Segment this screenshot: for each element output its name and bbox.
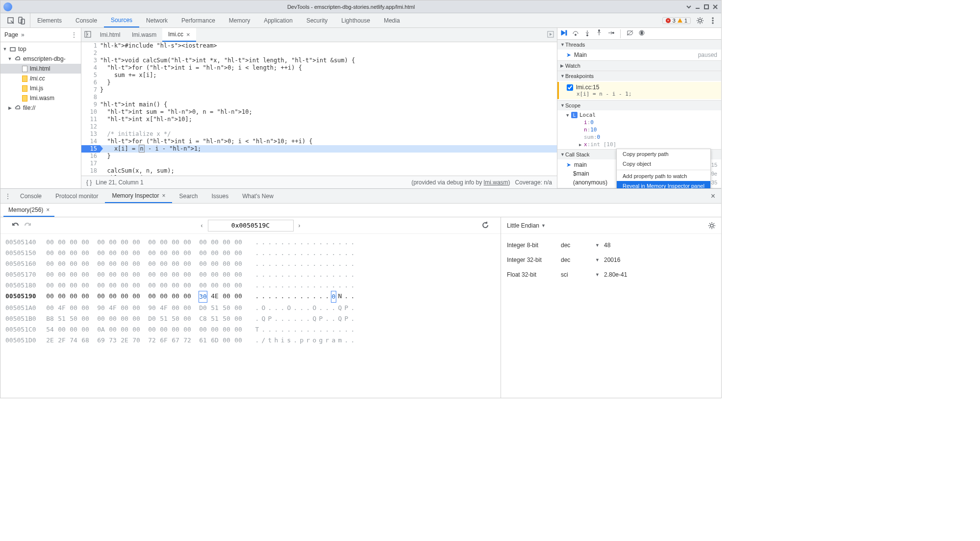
step-into-button[interactable]: [584, 29, 591, 38]
error-icon: ×: [666, 18, 671, 23]
tree-origin[interactable]: ▼ emscripten-dbg-: [0, 54, 81, 64]
prev-page-button[interactable]: ‹: [201, 222, 203, 229]
memory-tab[interactable]: Memory(256) ×: [3, 204, 54, 217]
pretty-print-icon[interactable]: { }: [86, 179, 92, 186]
close-icon[interactable]: ×: [46, 206, 50, 213]
main-tab-lighthouse[interactable]: Lighthouse: [334, 13, 377, 27]
navigator-header[interactable]: Page » ⋮: [0, 28, 81, 42]
code-area[interactable]: 1"hl-k">#include "hl-s"><iostream>23"hl-…: [81, 42, 557, 176]
hex-row[interactable]: 0050515000000000000000000000000000000000…: [5, 248, 496, 258]
ctx-item[interactable]: Reveal in Memory Inspector panel: [617, 181, 710, 188]
chevron-down-icon[interactable]: [686, 4, 692, 10]
tree-file-origin[interactable]: ▶ file://: [0, 103, 81, 113]
hex-row[interactable]: 0050516000000000000000000000000000000000…: [5, 258, 496, 269]
nav-toggle-icon[interactable]: [81, 31, 94, 39]
hex-grid[interactable]: 0050514000000000000000000000000000000000…: [0, 234, 501, 398]
breakpoint-item[interactable]: lmi.cc:15 x[i] = n - i - 1;: [557, 82, 721, 99]
close-icon[interactable]: ×: [186, 31, 190, 38]
value-row[interactable]: Integer 8-bitdec▼48: [501, 238, 721, 253]
gear-icon[interactable]: [708, 222, 715, 229]
step-out-button[interactable]: [596, 29, 603, 38]
watch-header[interactable]: ▶Watch: [557, 61, 721, 71]
tree-file[interactable]: lmi.wasm: [0, 93, 81, 103]
scope-header[interactable]: ▼Scope: [557, 101, 721, 110]
maximize-icon[interactable]: [704, 4, 709, 10]
editor-panel: lmi.htmllmi.wasmlmi.cc× 1"hl-k">#include…: [81, 28, 557, 188]
main-tab-performance[interactable]: Performance: [175, 13, 222, 27]
endian-select[interactable]: Little Endian: [507, 222, 539, 229]
hex-row[interactable]: 0050518000000000000000000000000000000000…: [5, 280, 496, 291]
more-menu-button[interactable]: [706, 14, 719, 27]
scope-var[interactable]: i: 0: [557, 119, 721, 126]
drawer-tab[interactable]: What's New: [235, 189, 280, 203]
drawer-tab[interactable]: Issues: [204, 189, 235, 203]
hex-row[interactable]: 005051D02E2F746869732E70726F6772616D0000…: [5, 335, 496, 346]
hex-row[interactable]: 0050514000000000000000000000000000000000…: [5, 237, 496, 248]
more-icon[interactable]: ⋮: [71, 31, 77, 38]
run-snippet-icon[interactable]: [544, 31, 557, 39]
value-row[interactable]: Float 32-bitsci▼2.80e-41: [501, 267, 721, 282]
drawer-more-icon[interactable]: ⋮: [2, 193, 13, 200]
issues-status[interactable]: × 3 1: [662, 17, 691, 24]
drawer-tabs: ⋮ ConsoleProtocol monitorMemory Inspecto…: [0, 189, 721, 204]
scope-var[interactable]: sum: 0: [557, 133, 721, 141]
tree-file[interactable]: lmi.html: [0, 64, 81, 74]
ctx-item[interactable]: Copy object: [617, 159, 710, 169]
editor-tab[interactable]: lmi.html: [94, 28, 126, 42]
device-toggle-icon[interactable]: [17, 16, 26, 25]
tree-file[interactable]: lmi.cc: [0, 74, 81, 83]
tree-top[interactable]: ▼ top: [0, 44, 81, 54]
thread-main[interactable]: ➤ Main paused: [557, 51, 721, 59]
settings-button[interactable]: [694, 14, 706, 27]
hex-row[interactable]: 00505190000000000000000000000000304E0000…: [5, 291, 496, 303]
value-row[interactable]: Integer 32-bitdec▼20016: [501, 253, 721, 267]
step-over-button[interactable]: [572, 29, 579, 38]
scope-var[interactable]: ▶x: int [10]: [557, 141, 721, 148]
svg-marker-16: [561, 30, 565, 35]
context-menu[interactable]: Copy property pathCopy objectAdd propert…: [616, 149, 711, 188]
scope-local[interactable]: ▼LLocal: [557, 111, 721, 119]
main-tab-network[interactable]: Network: [139, 13, 175, 27]
minimize-icon[interactable]: [695, 4, 701, 10]
ctx-item[interactable]: Add property path to watch: [617, 171, 710, 181]
editor-tab[interactable]: lmi.cc×: [162, 28, 196, 42]
main-tab-media[interactable]: Media: [377, 13, 407, 27]
main-tab-application[interactable]: Application: [257, 13, 300, 27]
drawer-tab[interactable]: Console: [13, 189, 49, 203]
main-tab-security[interactable]: Security: [300, 13, 334, 27]
next-page-button[interactable]: ›: [299, 222, 301, 229]
editor-tab[interactable]: lmi.wasm: [126, 28, 162, 42]
hex-row[interactable]: 005051C0540000000A0000000000000000000000…: [5, 324, 496, 335]
resume-button[interactable]: [560, 29, 567, 38]
breakpoint-checkbox[interactable]: [567, 84, 573, 91]
close-drawer-button[interactable]: ×: [707, 192, 719, 201]
refresh-button[interactable]: [481, 221, 489, 230]
main-tab-elements[interactable]: Elements: [30, 13, 69, 27]
drawer-tab[interactable]: Search: [172, 189, 204, 203]
scope-var[interactable]: n: 10: [557, 126, 721, 133]
ctx-item[interactable]: Copy property path: [617, 149, 710, 159]
address-input[interactable]: [208, 220, 294, 232]
svg-point-22: [599, 30, 600, 31]
step-button[interactable]: [607, 29, 614, 38]
main-tab-console[interactable]: Console: [69, 13, 104, 27]
window-title: DevTools - emscripten-dbg-stories.netlif…: [16, 4, 686, 10]
main-tab-memory[interactable]: Memory: [222, 13, 257, 27]
redo-icon[interactable]: [24, 222, 31, 229]
pause-exceptions-button[interactable]: [638, 29, 645, 38]
breakpoints-header[interactable]: ▼Breakpoints: [557, 71, 721, 81]
tree-file[interactable]: lmi.js: [0, 83, 81, 93]
undo-icon[interactable]: [12, 222, 20, 229]
deactivate-breakpoints-button[interactable]: [627, 29, 633, 38]
inspect-icon[interactable]: [6, 16, 15, 25]
close-icon[interactable]: [712, 4, 718, 10]
drawer-tab[interactable]: Protocol monitor: [49, 189, 105, 203]
hex-row[interactable]: 005051B0B851500000000000D0515000C8515000…: [5, 313, 496, 324]
drawer-tab[interactable]: Memory Inspector×: [105, 189, 172, 203]
hex-row[interactable]: 0050517000000000000000000000000000000000…: [5, 269, 496, 280]
threads-header[interactable]: ▼Threads: [557, 40, 721, 50]
navigator-panel: Page » ⋮ ▼ top ▼ emscripten-dbg- lmi.htm…: [0, 28, 81, 188]
main-tab-sources[interactable]: Sources: [104, 13, 139, 27]
hex-row[interactable]: 005051A0004F0000904F0000904F0000D0515000…: [5, 303, 496, 313]
svg-rect-1: [704, 5, 708, 9]
